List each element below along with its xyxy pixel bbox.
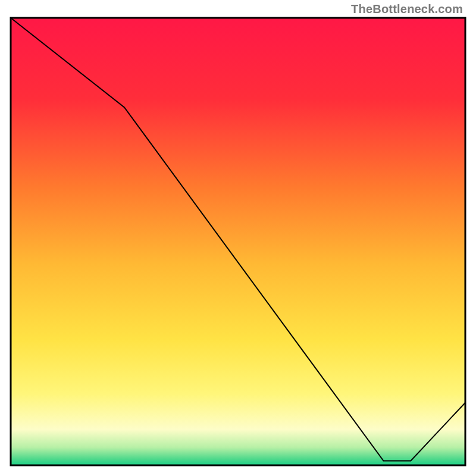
plot-background — [11, 18, 465, 465]
chart-container: TheBottleneck.com — [0, 0, 476, 476]
chart-svg — [0, 0, 476, 476]
